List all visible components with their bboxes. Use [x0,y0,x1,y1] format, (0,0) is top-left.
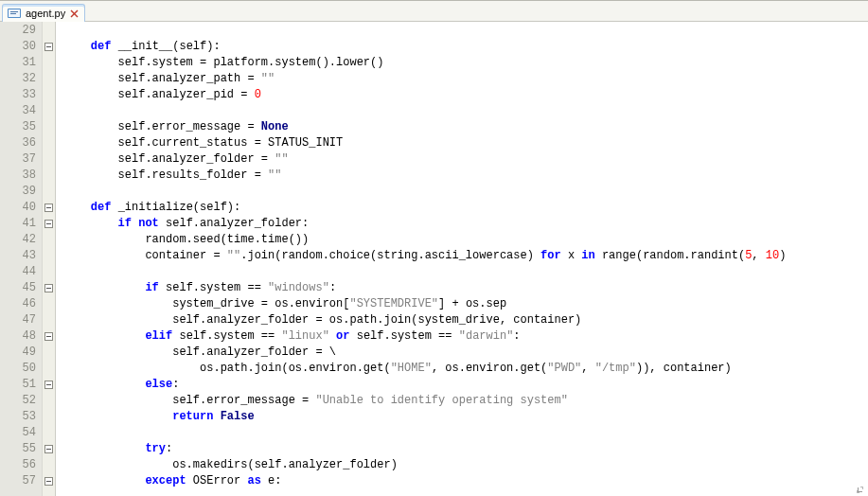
fold-empty [43,457,55,473]
line-number: 41 [0,216,36,232]
code-line[interactable]: system_drive = os.environ["SYSTEMDRIVE"]… [63,296,868,312]
code-line[interactable]: self.analyzer_folder = \ [63,345,868,361]
code-line[interactable]: self.analyzer_path = "" [63,71,868,87]
code-line[interactable]: def _initialize(self): [63,200,868,216]
svg-rect-3 [10,13,16,14]
code-line[interactable] [63,103,868,119]
code-line[interactable]: else: [63,377,868,393]
code-line[interactable]: self.analyzer_pid = 0 [63,87,868,103]
code-line[interactable]: self.analyzer_folder = "" [63,151,868,168]
line-number: 39 [0,184,36,200]
line-number: 51 [0,377,36,393]
fold-empty [43,87,55,103]
fold-empty [43,23,55,39]
line-number: 31 [0,55,36,71]
code-area[interactable]: def __init__(self): self.system = platfo… [56,22,868,496]
fold-toggle[interactable] [43,473,55,489]
fold-empty [43,168,55,184]
code-line[interactable]: random.seed(time.time()) [63,232,868,248]
fold-empty [43,135,55,151]
fold-minus-icon [44,284,53,292]
code-line[interactable] [63,23,868,39]
line-number: 36 [0,135,36,151]
line-number: 57 [0,473,36,489]
code-line[interactable]: if self.system == "windows": [63,280,868,296]
code-line[interactable]: return False [63,409,868,425]
code-line[interactable]: self.results_folder = "" [63,168,868,184]
line-number: 48 [0,328,36,345]
line-number: 53 [0,409,36,425]
file-tab-agent-py[interactable]: agent.py [2,4,85,22]
fold-empty [43,232,55,248]
fold-empty [43,184,55,200]
code-line[interactable]: def __init__(self): [63,39,868,55]
code-line[interactable]: self.system = platform.system().lower() [63,55,868,71]
code-line[interactable]: os.makedirs(self.analyzer_folder) [63,457,868,473]
fold-empty [43,409,55,425]
fold-empty [43,103,55,119]
code-line[interactable]: self.current_status = STATUS_INIT [63,135,868,151]
line-number: 47 [0,312,36,328]
fold-toggle[interactable] [43,328,55,345]
code-line[interactable]: self.analyzer_folder = os.path.join(syst… [63,312,868,328]
line-number: 45 [0,280,36,296]
code-line[interactable]: except OSError as e: [63,473,868,489]
code-line[interactable]: self.error_message = "Unable to identify… [63,393,868,409]
fold-minus-icon [44,332,53,341]
line-number: 56 [0,457,36,473]
fold-empty [43,361,55,377]
line-number: 55 [0,441,36,457]
fold-empty [43,345,55,361]
fold-gutter[interactable] [43,22,56,496]
python-file-icon [8,9,21,18]
line-number: 37 [0,151,36,168]
code-line[interactable]: if not self.analyzer_folder: [63,216,868,232]
tab-bar: agent.py [0,1,868,22]
fold-empty [43,296,55,312]
file-tab-label: agent.py [26,8,65,19]
code-line[interactable]: try: [63,441,868,457]
close-icon[interactable] [70,9,79,18]
line-number: 46 [0,296,36,312]
code-line[interactable]: container = "".join(random.choice(string… [63,248,868,264]
fold-minus-icon [44,445,53,453]
fold-toggle[interactable] [43,216,55,232]
fold-toggle[interactable] [43,200,55,216]
code-line[interactable]: elif self.system == "linux" or self.syst… [63,328,868,345]
code-editor[interactable]: 2930313233343536373839404142434445464748… [0,22,868,496]
line-number: 54 [0,425,36,441]
fold-toggle[interactable] [43,280,55,296]
fold-empty [43,425,55,441]
fold-empty [43,312,55,328]
line-number: 33 [0,87,36,103]
line-number: 50 [0,361,36,377]
fold-empty [43,151,55,168]
code-line[interactable] [63,264,868,280]
fold-minus-icon [44,204,53,212]
fold-empty [43,264,55,280]
code-line[interactable]: os.path.join(os.environ.get("HOME", os.e… [63,361,868,377]
svg-rect-2 [10,11,18,12]
fold-toggle[interactable] [43,39,55,55]
code-line[interactable]: self.error_message = None [63,119,868,135]
code-line[interactable] [63,425,868,441]
line-number: 52 [0,393,36,409]
line-number: 30 [0,39,36,55]
fold-toggle[interactable] [43,441,55,457]
fold-toggle[interactable] [43,377,55,393]
fold-empty [43,71,55,87]
code-line[interactable] [63,184,868,200]
line-number: 44 [0,264,36,280]
fold-minus-icon [44,43,53,51]
fold-empty [43,119,55,135]
line-number: 40 [0,200,36,216]
fold-minus-icon [44,220,53,228]
line-number: 29 [0,23,36,39]
line-number: 35 [0,119,36,135]
line-number: 42 [0,232,36,248]
fold-minus-icon [44,381,53,389]
line-number: 49 [0,345,36,361]
fold-empty [43,55,55,71]
line-number: 32 [0,71,36,87]
line-number: 34 [0,103,36,119]
